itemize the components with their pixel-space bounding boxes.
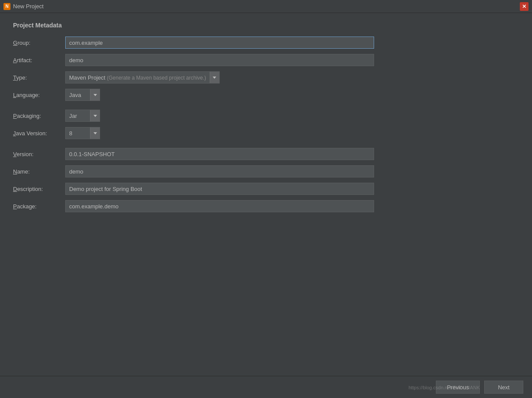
previous-button[interactable]: Previous (436, 381, 480, 394)
artifact-input[interactable] (65, 54, 374, 66)
name-row: Name: (13, 165, 519, 177)
type-dropdown-button[interactable] (210, 72, 219, 83)
type-label: Type: (13, 74, 65, 81)
language-select-text: Java (66, 92, 90, 98)
packaging-select[interactable]: Jar (65, 110, 100, 122)
language-dropdown-button[interactable] (90, 89, 100, 100)
section-title: Project Metadata (13, 22, 519, 29)
language-select[interactable]: Java (65, 89, 100, 101)
packaging-dropdown-arrow-icon (94, 115, 97, 117)
window-icon: N (3, 3, 10, 10)
description-row: Description: (13, 183, 519, 195)
group-label: Group: (13, 40, 65, 46)
language-label: Language: (13, 92, 65, 98)
new-project-window: N New Project ✕ Project Metadata Group: … (0, 0, 532, 398)
version-input[interactable] (65, 148, 374, 160)
description-label: Description: (13, 186, 65, 192)
java-version-label: Java Version: (13, 130, 65, 137)
title-bar: N New Project ✕ (0, 0, 532, 13)
type-dropdown-arrow-icon (213, 77, 216, 79)
window-title: New Project (13, 3, 520, 10)
artifact-row: Artifact: (13, 54, 519, 66)
close-button[interactable]: ✕ (520, 2, 529, 11)
java-version-dropdown-arrow-icon (94, 132, 97, 134)
java-version-row: Java Version: 8 (13, 127, 519, 139)
language-dropdown-arrow-icon (94, 94, 97, 96)
packaging-row: Packaging: Jar (13, 110, 519, 122)
java-version-select-text: 8 (66, 130, 90, 137)
package-label: Package: (13, 203, 65, 210)
packaging-dropdown-button[interactable] (90, 110, 100, 121)
name-input[interactable] (65, 165, 374, 177)
type-select[interactable]: Maven Project (Generate a Maven based pr… (65, 71, 220, 84)
package-row: Package: (13, 200, 519, 212)
version-label: Version: (13, 151, 65, 157)
type-select-text: Maven Project (Generate a Maven based pr… (66, 74, 210, 81)
packaging-select-text: Jar (66, 113, 90, 119)
package-input[interactable] (65, 200, 374, 212)
description-input[interactable] (65, 183, 374, 195)
java-version-select[interactable]: 8 (65, 127, 100, 139)
packaging-label: Packaging: (13, 113, 65, 119)
group-input[interactable] (65, 37, 374, 49)
name-label: Name: (13, 168, 65, 175)
type-row: Type: Maven Project (Generate a Maven ba… (13, 71, 519, 84)
version-row: Version: (13, 148, 519, 160)
artifact-label: Artifact: (13, 57, 65, 64)
main-content: Project Metadata Group: Artifact: Type: … (0, 13, 532, 398)
group-row: Group: (13, 37, 519, 49)
next-button[interactable]: Next (484, 381, 523, 394)
footer: Previous Next (0, 376, 532, 398)
language-row: Language: Java (13, 89, 519, 101)
java-version-dropdown-button[interactable] (90, 127, 100, 139)
